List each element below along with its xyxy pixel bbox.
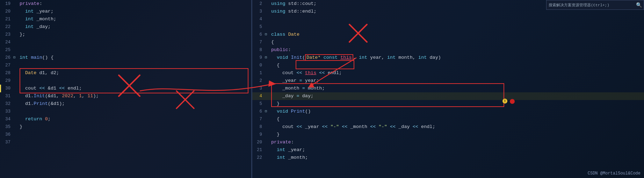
line-num-23: 23 <box>0 31 13 38</box>
right-code-editor: 2 using std::cout; 3 using std::endl; 4 <box>252 0 644 178</box>
right-line-num-11: 1 <box>252 69 265 77</box>
line-num-25: 25 <box>0 46 13 54</box>
right-code-line-12: 2 _year = year; <box>252 77 644 85</box>
code-line-29: 29 <box>0 77 251 85</box>
right-line-content-18: cout << _year << "-" << _month << "-" <<… <box>271 123 644 131</box>
right-code-line-10: 0 { <box>252 62 644 69</box>
right-code-line-21: 21 int _year; <box>252 146 644 154</box>
code-line-35: 35 } <box>0 123 251 131</box>
right-code-line-19: 9 } <box>252 131 644 138</box>
right-code-line-15: 5 } <box>252 100 644 108</box>
code-line-37: 37 <box>0 138 251 146</box>
red-lock-icon <box>510 99 515 104</box>
right-line-num-6: 6 <box>252 31 265 38</box>
right-code-line-4: 4 <box>252 15 644 23</box>
line-num-35: 35 <box>0 123 13 131</box>
right-code-line-22: 22 int _month; <box>252 154 644 162</box>
right-line-content-8: public: <box>271 46 644 54</box>
code-line-22: 22 int _day; <box>0 23 251 31</box>
line-num-21: 21 <box>0 15 13 23</box>
left-code-panel: 19 private: 20 int _year; 21 int _month; <box>0 0 252 178</box>
right-code-line-13: 3 _month = month; <box>252 85 644 92</box>
right-code-line-6: 6 ⊟ class Date <box>252 31 644 38</box>
right-code-line-9: 9 ⊟ void Init(Date* const this, int year… <box>252 54 644 62</box>
right-line-content-6: class Date <box>271 31 644 38</box>
right-code-line-17: 7 { <box>252 115 644 123</box>
right-line-marker-6: ⊟ <box>265 31 271 38</box>
line-content-34: return 0; <box>20 115 251 123</box>
line-content-31: d1.Init(&d1, 2022, 1, 11); <box>20 92 251 100</box>
code-line-23: 23 }; <box>0 31 251 38</box>
line-num-20: 20 <box>0 8 13 15</box>
search-button[interactable]: 🔍 <box>634 0 644 10</box>
line-num-24: 24 <box>0 38 13 46</box>
right-line-num-12: 2 <box>252 77 265 85</box>
right-line-content-19: } <box>271 131 644 138</box>
right-line-num-14: 4 <box>252 92 265 100</box>
right-line-num-5: 5 <box>252 23 265 31</box>
editor-container: 19 private: 20 int _year; 21 int _month; <box>0 0 644 178</box>
line-num-26: 26 <box>0 54 13 62</box>
code-line-27: 27 <box>0 62 251 69</box>
line-content-30: cout << &d1 << endl; <box>20 85 251 92</box>
right-line-num-15: 5 <box>252 100 265 108</box>
right-line-content-20: private: <box>271 138 644 146</box>
line-num-22: 22 <box>0 23 13 31</box>
right-line-num-21: 21 <box>252 146 265 154</box>
right-line-num-18: 8 <box>252 123 265 131</box>
panel-divider <box>252 0 252 178</box>
right-line-content-9: void Init(Date* const this, int year, in… <box>271 54 644 62</box>
right-code-line-8: 8 public: <box>252 46 644 54</box>
line-content-20: int _year; <box>20 8 251 15</box>
right-line-content-17: { <box>271 115 644 123</box>
code-line-28: 28 Date d1, d2; <box>0 69 251 77</box>
right-line-num-2: 2 <box>252 0 265 8</box>
left-code-lines: 19 private: 20 int _year; 21 int _month; <box>0 0 251 146</box>
right-line-num-4: 4 <box>252 15 265 23</box>
right-line-num-3: 3 <box>252 8 265 15</box>
right-code-line-18: 8 cout << _year << "-" << _month << "-" … <box>252 123 644 131</box>
line-num-28: 28 <box>0 69 13 77</box>
line-num-29: 29 <box>0 77 13 85</box>
code-line-36: 36 <box>0 131 251 138</box>
right-line-num-8: 8 <box>252 46 265 54</box>
line-num-31: 31 <box>0 92 13 100</box>
search-placeholder-text: 搜索解决方案资源管理器(Ctrl+;) <box>547 2 634 8</box>
right-code-line-20: 20 private: <box>252 138 644 146</box>
right-line-content-15: } <box>271 100 644 108</box>
yellow-warning-dot: ! <box>502 99 507 104</box>
line-num-30: 30 <box>0 85 13 92</box>
right-line-num-17: 7 <box>252 115 265 123</box>
line-num-34: 34 <box>0 115 13 123</box>
line-content-22: int _day; <box>20 23 251 31</box>
search-bar[interactable]: 搜索解决方案资源管理器(Ctrl+;) 🔍 <box>546 0 644 10</box>
line-num-19: 19 <box>0 0 13 8</box>
right-line-num-7: 7 <box>252 38 265 46</box>
line-num-36: 36 <box>0 131 13 138</box>
line-content-35: } <box>20 123 251 131</box>
right-line-content-16: void Print() <box>271 108 644 115</box>
right-line-content-11: cout << this << endl; <box>271 69 644 77</box>
right-line-content-14: _day = day; <box>271 92 644 100</box>
yellow-line-indicator <box>0 85 1 92</box>
right-line-num-9: 9 <box>252 54 265 62</box>
right-line-num-20: 20 <box>252 138 265 146</box>
code-line-34: 34 return 0; <box>0 115 251 123</box>
code-line-20: 20 int _year; <box>0 8 251 15</box>
right-line-content-12: _year = year; <box>271 77 644 85</box>
right-code-line-7: 7 { <box>252 38 644 46</box>
line-content-19: private: <box>20 0 251 8</box>
code-line-24: 24 <box>0 38 251 46</box>
code-line-31: 31 d1.Init(&d1, 2022, 1, 11); <box>0 92 251 100</box>
line-marker-26: ⊟ <box>13 54 20 62</box>
right-code-panel: 搜索解决方案资源管理器(Ctrl+;) 🔍 2 using std::cout;… <box>252 0 644 178</box>
right-line-marker-9: ⊟ <box>265 54 271 62</box>
code-line-19: 19 private: <box>0 0 251 8</box>
line-content-32: d1.Print(&d1); <box>20 100 251 108</box>
right-line-num-22: 22 <box>252 154 265 162</box>
code-line-21: 21 int _month; <box>0 15 251 23</box>
left-code-editor: 19 private: 20 int _year; 21 int _month; <box>0 0 251 178</box>
right-line-num-19: 9 <box>252 131 265 138</box>
code-line-30: 30 cout << &d1 << endl; <box>0 85 251 92</box>
right-line-num-10: 0 <box>252 62 265 69</box>
